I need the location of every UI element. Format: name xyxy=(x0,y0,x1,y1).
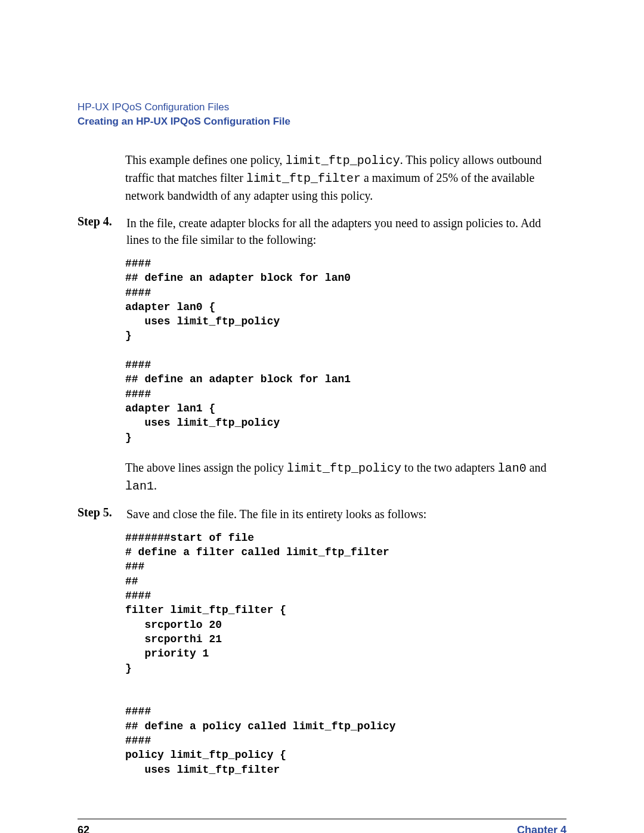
step-4-after-paragraph: The above lines assign the policy limit_… xyxy=(125,459,566,495)
step-5-text: Save and close the file. The file in its… xyxy=(126,506,426,522)
step4-after-1: The above lines assign the policy xyxy=(125,461,287,474)
step-4-text: In the file, create adapter blocks for a… xyxy=(126,215,566,248)
step-4-code: #### ## define an adapter block for lan0… xyxy=(125,256,566,445)
intro-code-2: limit_ftp_filter xyxy=(246,172,361,185)
step4-after-code1: limit_ftp_policy xyxy=(287,462,401,475)
step-4-label: Step 4. xyxy=(78,215,118,248)
intro-paragraph: This example defines one policy, limit_f… xyxy=(125,151,566,204)
step-5-label: Step 5. xyxy=(78,506,118,522)
intro-text-1: This example defines one policy, xyxy=(125,153,286,166)
chapter-link[interactable]: Chapter 4 xyxy=(517,824,566,833)
intro-code-1: limit_ftp_policy xyxy=(286,154,400,168)
step4-after-2: to the two adapters xyxy=(401,461,498,474)
step4-after-3: and xyxy=(527,461,547,474)
page-content: HP-UX IPQoS Configuration Files Creating… xyxy=(0,0,644,833)
header-breadcrumb: HP-UX IPQoS Configuration Files xyxy=(78,101,566,113)
step-4-row: Step 4. In the file, create adapter bloc… xyxy=(78,215,566,248)
page-number: 62 xyxy=(78,824,89,833)
step4-after-code2: lan0 xyxy=(498,462,527,475)
header-subtitle: Creating an HP-UX IPQoS Configuration Fi… xyxy=(78,116,566,128)
page-footer: 62 Chapter 4 xyxy=(78,819,566,833)
step-5-row: Step 5. Save and close the file. The fil… xyxy=(78,506,566,522)
step4-after-code3: lan1 xyxy=(125,479,154,493)
step4-after-4: . xyxy=(154,479,157,492)
step-5-code: #######start of file # define a filter c… xyxy=(125,531,566,777)
